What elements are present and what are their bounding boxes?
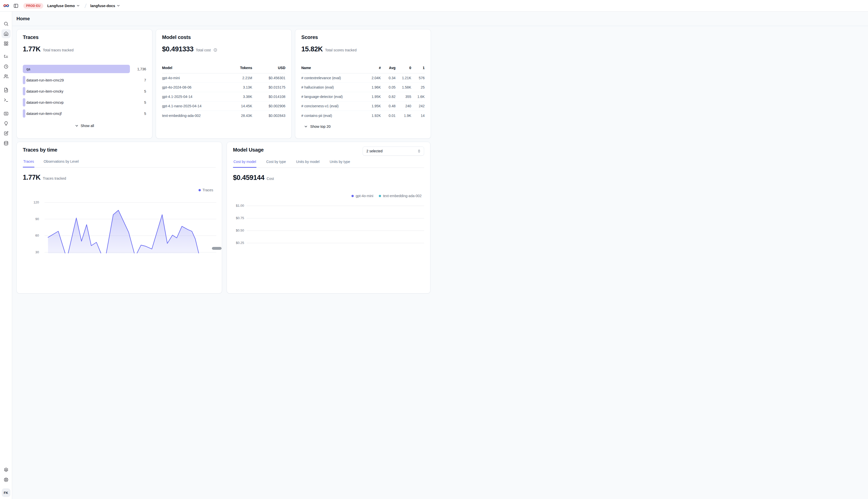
cell-zero: 1.58K xyxy=(395,85,411,89)
cell-usd: $0.015175 xyxy=(252,85,285,89)
cell-zero: 1.9K xyxy=(395,114,411,118)
sessions-clock-icon xyxy=(3,64,9,69)
main-content: Home Traces 1.77K Total traces tracked q… xyxy=(12,12,434,250)
cell-model: text-embedding-ada-002 xyxy=(162,114,222,118)
col-header-avg: Avg xyxy=(381,66,395,73)
cell-name: # contains-pii (eval) xyxy=(301,114,363,118)
model-costs-table: Model Tokens USD gpt-4o-mini 2.21M $0.45… xyxy=(162,66,285,120)
model-costs-title: Model costs xyxy=(162,34,285,40)
model-costs-metric: $0.491333 xyxy=(162,45,193,53)
chart-legend: gpt-4o-mini text-embedding-ada-002 xyxy=(233,194,421,198)
tab-traces[interactable]: Traces xyxy=(23,159,34,167)
show-all-button[interactable]: Show all xyxy=(23,124,146,128)
sidebar-item-playground[interactable] xyxy=(1,95,11,105)
area-chart-svg xyxy=(45,196,216,250)
sidebar-item-tracing[interactable] xyxy=(1,52,11,61)
annotation-pen-icon xyxy=(3,131,9,136)
cell-name: # contextrelevance (eval) xyxy=(301,76,363,80)
sidebar-toggle-button[interactable] xyxy=(12,2,20,10)
col-header-one: 1 xyxy=(411,66,425,73)
sidebar-item-home[interactable] xyxy=(1,29,11,38)
environment-badge: PROD-EU xyxy=(23,3,43,9)
cell-count: 1.92K xyxy=(363,114,381,118)
cell-avg: 0.01 xyxy=(381,114,395,118)
sidebar-item-sessions[interactable] xyxy=(1,62,11,71)
org-switcher[interactable]: Langfuse Demo xyxy=(47,4,80,8)
sidebar-item-search[interactable] xyxy=(1,19,11,28)
cell-one: 242 xyxy=(411,104,425,108)
cell-avg: 0.34 xyxy=(381,76,395,80)
lightbulb-icon xyxy=(3,121,9,126)
sidebar-item-datasets[interactable] xyxy=(1,139,11,148)
traces-line-chart: 120906030 xyxy=(23,196,216,250)
traces-by-time-tabs: Traces Observations by Level xyxy=(23,159,216,168)
trace-bar-row[interactable]: dataset-run-item-cmc29 7 xyxy=(23,76,146,84)
show-top-20-label: Show top 20 xyxy=(310,124,331,129)
trace-bar-row[interactable]: dataset-run-item-cmcjf 5 xyxy=(23,109,146,118)
col-header-tokens: Tokens xyxy=(222,66,252,73)
show-top-20-button[interactable]: Show top 20 xyxy=(301,124,425,129)
table-row: # conciseness-v1 (eval) 1.95K 0.48 240 2… xyxy=(301,101,425,111)
legend-label: text-embedding-ada-002 xyxy=(383,194,421,198)
tab-cost-by-type[interactable]: Cost by type xyxy=(266,160,286,168)
info-icon[interactable] xyxy=(213,48,217,52)
legend-item-text-embedding-ada-002: text-embedding-ada-002 xyxy=(379,194,421,198)
cell-usd: $0.456301 xyxy=(252,76,285,80)
col-header-name: Name xyxy=(301,66,363,73)
sidebar-item-prompts[interactable] xyxy=(1,86,11,95)
traces-card-title: Traces xyxy=(23,34,146,40)
scores-card: Scores 15.82K Total scores tracked Name … xyxy=(295,29,431,139)
trace-bar-value: 5 xyxy=(130,112,146,115)
tab-cost-by-model[interactable]: Cost by model xyxy=(233,160,257,168)
scores-table: Name # Avg 0 1 # contextrelevance (eval)… xyxy=(301,66,425,120)
evals-percent-icon xyxy=(3,111,9,116)
trace-bar-row[interactable]: dataset-run-item-cmcvp 5 xyxy=(23,98,146,107)
model-costs-metric-label: Total cost xyxy=(196,48,211,52)
trace-bar-row[interactable]: dataset-run-item-cmcky 5 xyxy=(23,87,146,95)
cell-zero: 355 xyxy=(395,95,411,99)
table-row: # hallucination (eval) 1.96K 0.05 1.58K … xyxy=(301,83,425,92)
chevrons-up-down-icon xyxy=(417,149,421,153)
tab-units-by-model[interactable]: Units by model xyxy=(296,160,320,168)
model-usage-card: Model Usage 2 selected Cost by model Cos… xyxy=(227,142,430,250)
tracing-icon xyxy=(3,54,9,59)
scores-title: Scores xyxy=(301,34,425,40)
playground-terminal-icon xyxy=(3,97,9,102)
model-selector-value: 2 selected xyxy=(366,149,383,153)
org-name: Langfuse Demo xyxy=(47,4,75,8)
cell-one: 1.6K xyxy=(411,95,425,99)
legend-label: Traces xyxy=(203,188,213,192)
gridline xyxy=(247,206,424,206)
horizontal-scrollbar-thumb[interactable] xyxy=(212,247,222,250)
trace-bar-label: dataset-run-item-cmc29 xyxy=(26,78,64,82)
legend-dot xyxy=(199,189,201,191)
cell-tokens: 3.13K xyxy=(222,85,252,89)
sidebar-item-evals[interactable] xyxy=(1,109,11,118)
tab-units-by-type[interactable]: Units by type xyxy=(329,160,351,168)
legend-dot xyxy=(379,195,381,197)
traces-metric-label: Total traces tracked xyxy=(43,48,73,52)
col-header-count: # xyxy=(363,66,381,73)
page-title: Home xyxy=(16,16,30,22)
model-selector-dropdown[interactable]: 2 selected xyxy=(362,146,424,156)
table-row: # contextrelevance (eval) 2.04K 0.34 1.2… xyxy=(301,73,425,83)
trace-bar-label: dataset-run-item-cmcky xyxy=(26,89,63,93)
y-tick-label: $1.00 xyxy=(233,204,244,208)
tab-observations-by-level[interactable]: Observations by Level xyxy=(43,159,79,167)
traces-by-time-title: Traces by time xyxy=(23,147,216,153)
project-switcher[interactable]: langfuse-docs xyxy=(91,4,120,8)
y-axis: 120906030 xyxy=(23,196,39,250)
scores-metric: 15.82K xyxy=(301,45,323,53)
chart-legend: Traces xyxy=(23,188,213,192)
col-header-model: Model xyxy=(162,66,222,73)
show-all-label: Show all xyxy=(81,124,94,128)
col-header-usd: USD xyxy=(252,66,285,73)
sidebar-item-insights[interactable] xyxy=(1,119,11,128)
traces-by-time-card: Traces by time Traces Observations by Le… xyxy=(16,142,222,250)
trace-bar-value: 1,736 xyxy=(130,67,146,71)
sidebar-item-users[interactable] xyxy=(1,72,11,81)
sidebar-item-dashboards[interactable] xyxy=(1,39,11,48)
sidebar-item-annotation[interactable] xyxy=(1,129,11,138)
trace-bar-row[interactable]: qa 1,736 xyxy=(23,65,146,73)
trace-bar-label: dataset-run-item-cmcvp xyxy=(26,100,63,105)
